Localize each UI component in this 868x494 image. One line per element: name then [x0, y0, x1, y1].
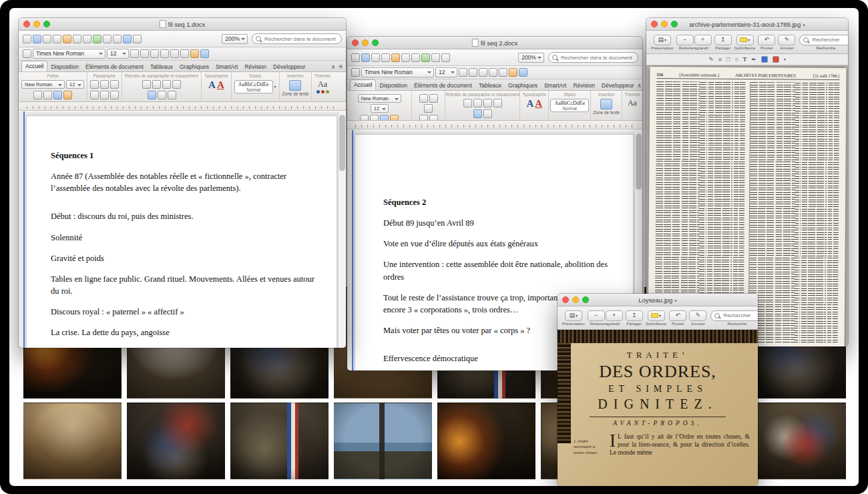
align-center-icon[interactable]: [100, 91, 109, 99]
tab-developpeur[interactable]: Développeur: [270, 62, 308, 71]
painting-thumbnail[interactable]: [23, 403, 122, 479]
maximize-button[interactable]: [372, 39, 379, 46]
ellipse-shape-icon[interactable]: [734, 57, 738, 63]
copy-icon[interactable]: [401, 53, 410, 62]
close-button[interactable]: [23, 21, 30, 27]
align-left-icon[interactable]: [419, 115, 428, 121]
ribbon-font-select[interactable]: New Roman: [358, 94, 401, 103]
draw-icon[interactable]: [718, 57, 722, 63]
theme-color-dot[interactable]: [326, 90, 329, 93]
text-effects-icon[interactable]: [526, 99, 533, 109]
close-button[interactable]: [562, 296, 569, 303]
tab-smartart[interactable]: SmartArt: [212, 62, 242, 71]
zoom-out-button[interactable]: [588, 310, 605, 321]
borders-icon[interactable]: [483, 109, 492, 118]
tab-accueil[interactable]: Accueil: [350, 79, 376, 90]
indent-right-icon[interactable]: [473, 99, 482, 107]
share-button[interactable]: [626, 310, 643, 321]
justify-icon[interactable]: [110, 91, 119, 99]
title-bar[interactable]: fil seq 1.docx: [19, 18, 346, 31]
redo-icon[interactable]: [441, 53, 450, 62]
copy-icon[interactable]: [73, 35, 81, 43]
bold-icon[interactable]: [459, 68, 467, 77]
document-search[interactable]: [252, 33, 342, 44]
open-icon[interactable]: [33, 35, 41, 43]
text-box-icon[interactable]: [289, 80, 301, 91]
font-select[interactable]: Times New Roman: [33, 49, 105, 59]
document-search[interactable]: [548, 52, 638, 63]
open-icon[interactable]: [361, 53, 370, 62]
painting-thumbnail[interactable]: [748, 403, 846, 479]
word-window-1[interactable]: fil seq 1.docx 200% Times New R: [19, 18, 346, 348]
rotate-button[interactable]: [669, 310, 686, 321]
font-color-icon[interactable]: [200, 49, 209, 58]
indent-left-icon[interactable]: [142, 80, 151, 89]
preview-search-input[interactable]: [811, 36, 848, 43]
align-center-icon[interactable]: [170, 49, 179, 58]
align-center-icon[interactable]: [499, 68, 507, 77]
undo-icon[interactable]: [431, 53, 440, 62]
painting-thumbnail[interactable]: [334, 403, 432, 479]
tab-tableaux[interactable]: Tableaux: [147, 62, 176, 71]
painting-thumbnail[interactable]: [127, 403, 225, 479]
scrollbar-thumb[interactable]: [339, 115, 345, 171]
font-select[interactable]: Times New Roman: [361, 67, 434, 77]
title-bar[interactable]: Loyseau.jpg: [558, 294, 758, 306]
maximize-button[interactable]: [671, 21, 678, 27]
spacing-after-icon[interactable]: [493, 99, 502, 107]
align-left-icon[interactable]: [489, 68, 497, 77]
ribbon-font-select[interactable]: New Roman: [21, 80, 65, 89]
tab-elements-de-document[interactable]: Éléments de document: [82, 62, 147, 71]
spacing-after-icon[interactable]: [172, 80, 181, 89]
horizontal-ruler[interactable]: [19, 102, 346, 111]
highlight-icon[interactable]: [53, 91, 62, 99]
tab-disposition[interactable]: Disposition: [47, 62, 82, 71]
font-color-icon[interactable]: [519, 68, 527, 77]
vertical-scrollbar[interactable]: [338, 111, 346, 348]
view-menu-button[interactable]: [565, 310, 582, 321]
text-color-icon[interactable]: [63, 91, 72, 99]
bullets-icon[interactable]: [419, 94, 428, 103]
minimize-button[interactable]: [33, 21, 40, 27]
font-size-select[interactable]: 12: [435, 67, 457, 77]
shrink-font-icon[interactable]: [43, 91, 52, 99]
italic-icon[interactable]: [140, 49, 149, 58]
save-icon[interactable]: [43, 35, 51, 43]
bullets-icon[interactable]: [90, 80, 99, 89]
annotate-button[interactable]: [689, 310, 706, 321]
rotate-button[interactable]: [758, 35, 775, 45]
style-preview[interactable]: AaBbCcDdEe Normal: [234, 80, 273, 93]
zoom-in-button[interactable]: [694, 35, 712, 45]
align-left-icon[interactable]: [90, 91, 99, 99]
cut-icon[interactable]: [391, 53, 400, 62]
title-menu-chevron[interactable]: [674, 296, 677, 304]
close-button[interactable]: [651, 21, 658, 27]
wordart-icon[interactable]: [535, 99, 542, 109]
tab-tableaux[interactable]: Tableaux: [475, 81, 505, 90]
paste-icon[interactable]: [83, 35, 91, 43]
preview-content[interactable]: TRAITE’ DES ORDRES, ET SIMPLES DIGNITEZ.…: [558, 330, 758, 486]
grow-font-icon[interactable]: [33, 91, 42, 99]
line-spacing-icon[interactable]: [473, 109, 482, 118]
spacing-before-icon[interactable]: [162, 80, 171, 89]
tab-revision[interactable]: Révision: [241, 62, 270, 71]
preview-search-input[interactable]: [722, 312, 758, 319]
search-field[interactable]: [710, 310, 758, 321]
fill-color-swatch[interactable]: [773, 56, 779, 63]
new-document-icon[interactable]: [351, 53, 360, 62]
italic-icon[interactable]: [469, 68, 477, 77]
zoom-select[interactable]: 200%: [518, 53, 544, 63]
search-field[interactable]: [799, 35, 848, 45]
minimize-button[interactable]: [572, 296, 579, 303]
chevron-down-icon[interactable]: [784, 57, 786, 61]
scrollbar-thumb[interactable]: [636, 134, 642, 190]
collapse-ribbon-icon[interactable]: [331, 64, 336, 70]
view-menu-button[interactable]: [654, 35, 671, 45]
document-page[interactable]: Séquences 1 Année 87 (Assemblée des nota…: [26, 115, 337, 348]
zoom-select[interactable]: 200%: [222, 34, 248, 44]
title-menu-chevron[interactable]: [803, 21, 805, 28]
tab-graphiques[interactable]: Graphiques: [505, 81, 541, 90]
save-icon[interactable]: [371, 53, 380, 62]
borders-icon[interactable]: [158, 91, 166, 99]
ribbon-font-size-select[interactable]: 12: [66, 80, 84, 89]
